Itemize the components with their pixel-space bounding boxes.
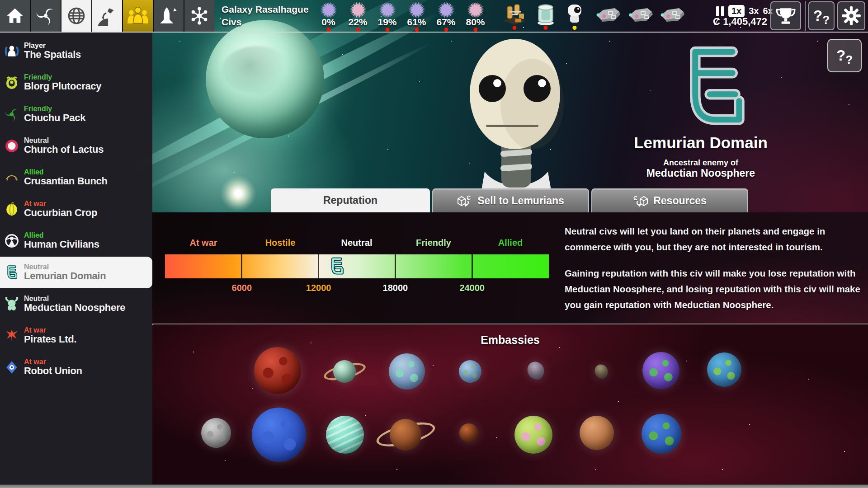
purple-planet[interactable] xyxy=(642,352,679,389)
speed-1x-button[interactable]: 1x xyxy=(728,5,745,17)
production-stats: 0%22%19%61%67%80% xyxy=(314,0,490,32)
tab-sell[interactable]: Ȼ Sell to Lemurians xyxy=(432,188,589,212)
sidebar-item-blorg-plutocracy[interactable]: FriendlyBlorg Plutocracy xyxy=(0,67,152,99)
lemurian-character xyxy=(460,36,573,212)
civ-name: Chuchu Pack xyxy=(24,113,85,123)
tank-building-button[interactable] xyxy=(535,4,556,27)
big-blue-planet[interactable] xyxy=(252,408,306,462)
small-brown-planet[interactable] xyxy=(459,423,478,442)
sidebar-item-crusantian-bunch[interactable]: AlliedCrusantian Bunch xyxy=(0,162,152,193)
red-planet[interactable] xyxy=(254,347,301,394)
alert-dot xyxy=(326,28,330,32)
reputation-description: Neutral civs will let you land on their … xyxy=(565,223,864,323)
alert-dot xyxy=(385,28,389,32)
sidebar-item-church-of-lactus[interactable]: NeutralChurch of Lactus xyxy=(0,130,152,162)
civ-name: Robot Union xyxy=(24,366,82,376)
civ-text: NeutralMeductian Noosphere xyxy=(24,295,125,313)
toolbar-bottom-line xyxy=(0,32,868,33)
reputation-level-label: Friendly xyxy=(416,238,451,248)
ringed-teal-planet[interactable] xyxy=(333,360,356,383)
missions-button[interactable] xyxy=(92,0,122,32)
fleet-button[interactable] xyxy=(154,0,184,32)
money-value: 1,405,472 xyxy=(723,16,767,27)
ship-button[interactable] xyxy=(659,6,685,25)
production-stat[interactable]: 19% xyxy=(373,0,402,32)
teal-blue-planet[interactable] xyxy=(707,352,741,387)
settings-button[interactable] xyxy=(837,1,865,30)
production-stat[interactable]: 67% xyxy=(431,0,461,32)
asteroid[interactable] xyxy=(525,360,547,381)
crusantian-civ-icon xyxy=(4,170,20,185)
galaxy-button[interactable] xyxy=(31,0,61,32)
sidebar-item-lemurian-domain[interactable]: NeutralLemurian Domain xyxy=(0,257,152,288)
production-stat[interactable]: 0% xyxy=(314,0,343,32)
civ-subtitle: Ancestral enemy of xyxy=(623,158,778,168)
robot-civ-icon xyxy=(4,360,20,375)
civ-name: Human Civilians xyxy=(24,239,99,250)
meductian-civ-icon xyxy=(4,297,20,311)
production-stat[interactable]: 80% xyxy=(461,0,490,32)
civ-name: Cucurbian Crop xyxy=(24,208,97,218)
civ-text: AlliedCrusantian Bunch xyxy=(24,169,108,187)
small-blue-planet[interactable] xyxy=(459,360,481,383)
sidebar-item-the-spatials[interactable]: PlayerThe Spatials xyxy=(0,35,152,67)
civ-text: NeutralLemurian Domain xyxy=(24,263,106,282)
civ-name: Pirates Ltd. xyxy=(24,334,76,345)
production-stat[interactable]: 22% xyxy=(343,0,373,32)
civs-button[interactable] xyxy=(123,0,153,32)
sidebar-item-cucurbian-crop[interactable]: At warCucurbian Crop xyxy=(0,193,152,225)
sidebar-item-pirates-ltd[interactable]: At warPirates Ltd. xyxy=(0,320,152,352)
turquoise-planet[interactable] xyxy=(326,416,364,454)
production-value: 0% xyxy=(314,17,343,28)
pause-button[interactable] xyxy=(716,6,724,16)
rocket-launch-icon xyxy=(97,5,118,26)
grey-moon[interactable] xyxy=(201,418,231,448)
ship-icon xyxy=(595,6,621,23)
home-button[interactable] xyxy=(0,0,30,32)
production-value: 61% xyxy=(402,17,431,28)
production-stat[interactable]: 61% xyxy=(402,0,431,32)
ringed-brown-planet[interactable] xyxy=(390,419,421,450)
spotted-blue-planet[interactable] xyxy=(642,414,681,454)
alert-dot xyxy=(573,26,577,30)
robot-character-icon xyxy=(566,4,583,25)
civ-title: Lemurian Domain xyxy=(623,134,778,152)
tab-label: Sell to Lemurians xyxy=(477,195,564,207)
civ-text: At warCucurbian Crop xyxy=(24,200,97,218)
reputation-panel: At warHostileNeutralFriendlyAllied Neutr… xyxy=(152,212,868,324)
alert-dot xyxy=(415,28,419,32)
top-toolbar: Galaxy Rasalhague Civs 0%22%19%61%67%80% xyxy=(0,0,868,32)
civ-text: NeutralChurch of Lactus xyxy=(24,137,104,155)
speed-3x-button[interactable]: 3x xyxy=(749,6,759,16)
lemurian-civ-icon xyxy=(4,265,20,280)
tab-resources[interactable]: Ȼ Resources xyxy=(591,188,748,212)
civ-text: FriendlyBlorg Plutocracy xyxy=(24,74,101,92)
panel-help-button[interactable]: ?? xyxy=(827,39,862,72)
civ-name: Lemurian Domain xyxy=(24,271,106,282)
ship-button[interactable] xyxy=(627,6,654,25)
robot-unit-button[interactable] xyxy=(566,4,583,27)
orange-planet[interactable] xyxy=(580,416,614,450)
tab-label: Resources xyxy=(653,195,707,207)
tech-button[interactable] xyxy=(184,0,214,32)
sidebar-item-meductian-noosphere[interactable]: NeutralMeductian Noosphere xyxy=(0,288,152,320)
toolbar-help-button[interactable]: ?? xyxy=(808,1,835,30)
tab-reputation[interactable]: Reputation xyxy=(271,188,430,212)
production-value: 80% xyxy=(461,17,490,28)
view-title: Galaxy Rasalhague Civs xyxy=(222,3,309,28)
sidebar-item-human-civilians[interactable]: AlliedHuman Civilians xyxy=(0,225,152,257)
lactus-civ-icon xyxy=(4,139,20,153)
refinery-building-button[interactable] xyxy=(503,4,526,27)
sidebar-item-chuchu-pack[interactable]: FriendlyChuchu Pack xyxy=(0,99,152,130)
ship-button[interactable] xyxy=(595,6,621,25)
planets-button[interactable] xyxy=(61,0,91,32)
asteroid[interactable] xyxy=(593,363,610,380)
glass-tank-icon xyxy=(535,4,556,25)
nav-buttons xyxy=(0,0,214,32)
green-planet[interactable] xyxy=(514,416,552,454)
production-value: 67% xyxy=(431,17,461,28)
achievements-button[interactable] xyxy=(770,1,801,30)
sidebar-item-robot-union[interactable]: At warRobot Union xyxy=(0,352,152,383)
blue-grey-planet[interactable] xyxy=(389,353,425,389)
civ-name: Blorg Plutocracy xyxy=(24,81,101,92)
